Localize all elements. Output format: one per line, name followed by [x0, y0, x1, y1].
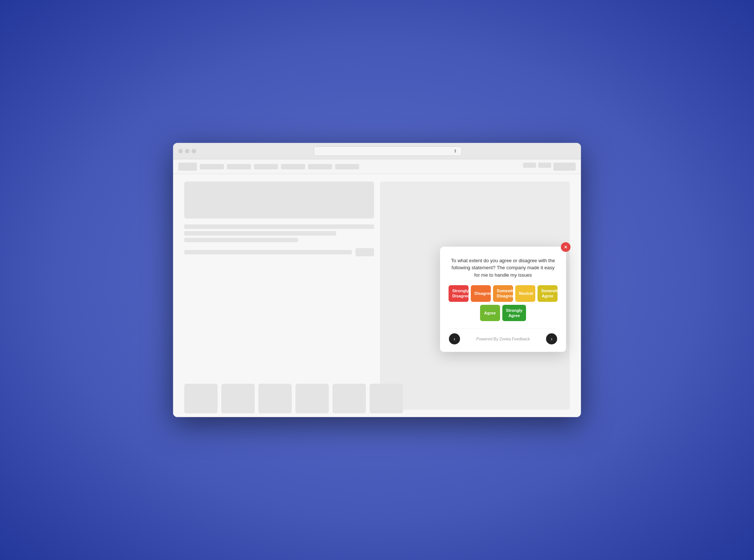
nav-item-2[interactable] [227, 164, 251, 169]
strongly-agree-button[interactable]: StronglyAgree [502, 305, 526, 321]
modal-overlay: × To what extent do you agree or disagre… [173, 174, 581, 417]
browser-titlebar: ⬆ [173, 143, 581, 159]
neutral-button[interactable]: Neutral [515, 285, 535, 302]
close-traffic-light[interactable] [178, 149, 183, 153]
browser-content: × To what extent do you agree or disagre… [173, 174, 581, 417]
strongly-disagree-button[interactable]: StronglyDisagree [449, 285, 469, 302]
site-logo [178, 163, 197, 171]
traffic-lights [178, 149, 196, 153]
url-bar[interactable]: ⬆ [314, 146, 462, 156]
nav-item-5[interactable] [308, 164, 332, 169]
nav-right-button[interactable] [553, 163, 576, 171]
nav-item-6[interactable] [335, 164, 359, 169]
next-button[interactable]: › [546, 333, 557, 344]
minimize-traffic-light[interactable] [185, 149, 189, 153]
share-icon: ⬆ [453, 149, 459, 154]
survey-options-row1: StronglyDisagree Disagree SomewhatDisagr… [449, 285, 557, 302]
survey-question: To what extent do you agree or disagree … [449, 257, 557, 279]
disagree-button[interactable]: Disagree [471, 285, 491, 302]
agree-button[interactable]: Agree [480, 305, 500, 321]
nav-item-4[interactable] [281, 164, 305, 169]
survey-options-row2: Agree StronglyAgree [449, 305, 557, 321]
prev-button[interactable]: ‹ [449, 333, 460, 344]
survey-modal: × To what extent do you agree or disagre… [440, 247, 566, 352]
browser-window: ⬆ [173, 143, 581, 417]
nav-item-1[interactable] [200, 164, 224, 169]
modal-close-button[interactable]: × [561, 242, 571, 252]
maximize-traffic-light[interactable] [192, 149, 196, 153]
nav-right-item-1 [523, 163, 536, 168]
modal-footer: ‹ Powered By Zonka Feedback › [449, 329, 557, 344]
somewhat-agree-button[interactable]: SomewhatAgree [538, 285, 558, 302]
powered-by-text: Powered By Zonka Feedback [476, 337, 530, 341]
nav-item-3[interactable] [254, 164, 278, 169]
nav-right-item-2 [538, 163, 551, 168]
somewhat-disagree-button[interactable]: SomewhatDisagree [493, 285, 513, 302]
browser-navbar [173, 159, 581, 174]
